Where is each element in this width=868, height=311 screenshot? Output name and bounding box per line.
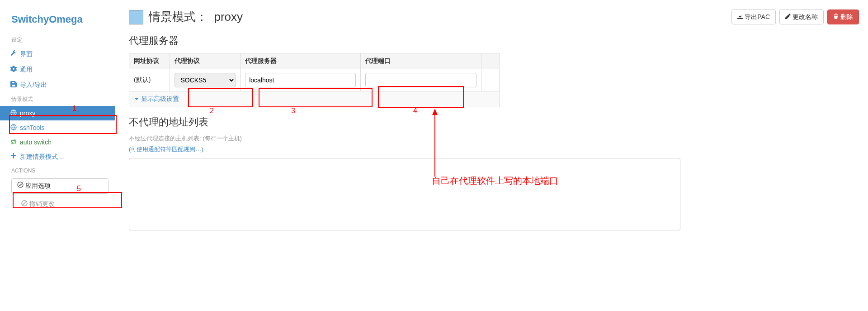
globe-icon (10, 110, 17, 116)
port-input[interactable] (365, 73, 476, 87)
sidebar-new-profile[interactable]: 新建情景模式… (0, 149, 115, 165)
trash-icon (833, 13, 839, 22)
sidebar-item-label: 导入/导出 (20, 81, 47, 88)
ban-icon (21, 200, 28, 208)
sidebar-item-label: auto switch (20, 139, 52, 146)
bypass-description: 不经过代理连接的主机列表: (每行一个主机) (129, 134, 859, 143)
retweet-icon (10, 139, 17, 145)
apply-options-button[interactable]: 应用选项 (11, 178, 108, 194)
plus-icon (10, 153, 17, 158)
sidebar-profile-proxy[interactable]: proxy (0, 106, 115, 120)
export-pac-button[interactable]: 导出PAC (731, 10, 776, 25)
chevron-down-icon (134, 96, 139, 103)
wildcard-help-link[interactable]: (可使用通配符等匹配规则…) (129, 146, 203, 153)
delete-button[interactable]: 删除 (827, 10, 859, 25)
col-server: 代理服务器 (241, 53, 361, 69)
proxy-servers-heading: 代理服务器 (129, 34, 859, 48)
sidebar-item-ui[interactable]: 界面 (0, 47, 115, 62)
sidebar-profile-autoswitch[interactable]: auto switch (0, 135, 115, 149)
main-content: 情景模式： proxy 导出PAC 更改名称 (115, 0, 868, 241)
button-label: 导出PAC (745, 13, 770, 22)
scheme-cell: (默认) (129, 69, 170, 91)
profile-name: proxy (214, 10, 243, 24)
protocol-select[interactable]: SOCKS5 (175, 73, 236, 87)
button-label: 更改名称 (793, 13, 818, 22)
col-actions (481, 53, 499, 69)
proxy-table: 网址协议 代理协议 代理服务器 代理端口 (默认) SOCKS5 (129, 53, 500, 107)
button-label: 撤销更改 (29, 200, 55, 208)
profile-color-swatch[interactable] (129, 10, 143, 24)
sidebar-item-label: proxy (20, 110, 35, 117)
bypass-textarea[interactable] (129, 158, 680, 230)
rename-button[interactable]: 更改名称 (779, 10, 824, 25)
sidebar-item-label: 通用 (20, 66, 33, 73)
sidebar-item-label: 新建情景模式… (20, 153, 64, 160)
sidebar-item-import-export[interactable]: 导入/导出 (0, 77, 115, 93)
save-icon (10, 81, 17, 87)
svg-line-4 (23, 201, 26, 205)
sidebar-section-actions: ACTIONS (0, 165, 115, 177)
sidebar-item-general[interactable]: 通用 (0, 62, 115, 77)
globe-icon (10, 124, 17, 130)
col-port: 代理端口 (361, 53, 481, 69)
brand-title: SwitchyOmega (0, 9, 115, 33)
sidebar-section-profiles: 情景模式 (0, 93, 115, 106)
server-input[interactable] (245, 73, 356, 87)
proxy-row-default: (默认) SOCKS5 (129, 69, 500, 91)
wrench-icon (10, 50, 17, 57)
sidebar-section-settings: 设定 (0, 33, 115, 47)
gear-icon (10, 66, 17, 72)
col-protocol: 代理协议 (170, 53, 241, 69)
bypass-heading: 不代理的地址列表 (129, 115, 859, 129)
sidebar-profile-sshtools[interactable]: sshTools (0, 120, 115, 135)
sidebar-item-label: 界面 (20, 50, 33, 57)
toggle-label: 显示高级设置 (141, 95, 179, 103)
check-circle-icon (17, 182, 24, 191)
sidebar: SwitchyOmega 设定 界面 通用 导入/导出 (0, 0, 115, 241)
col-scheme: 网址协议 (129, 53, 170, 69)
button-label: 删除 (840, 13, 853, 22)
row-actions-cell (481, 69, 499, 91)
button-label: 应用选项 (25, 182, 51, 191)
discard-changes-button[interactable]: 撤销更改 (10, 197, 55, 211)
download-icon (737, 13, 743, 22)
show-advanced-toggle[interactable]: 显示高级设置 (134, 95, 179, 103)
sidebar-item-label: sshTools (20, 124, 44, 131)
page-title: 情景模式： proxy (149, 9, 243, 25)
pencil-icon (785, 13, 791, 22)
